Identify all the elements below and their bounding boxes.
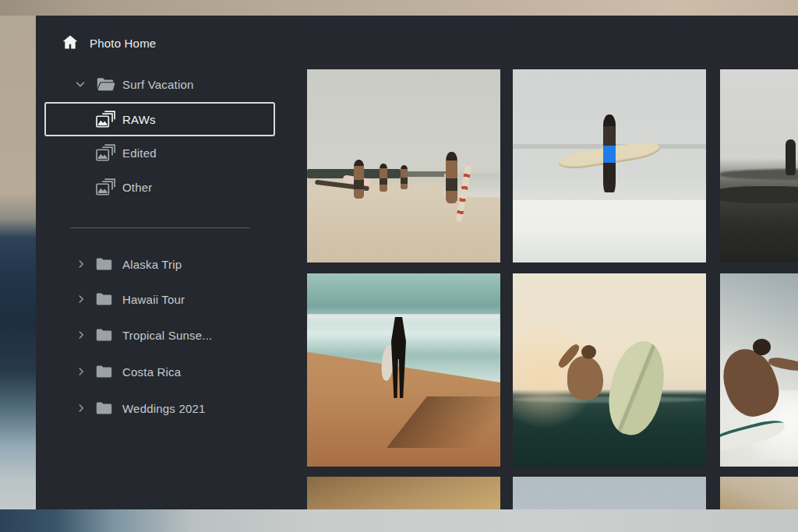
surfer-silhouette (786, 139, 796, 175)
surfer-silhouette (401, 165, 408, 189)
photo-thumbnail-1[interactable] (307, 69, 500, 262)
photo-thumbnail-8[interactable] (513, 477, 706, 509)
surfer-silhouette (603, 115, 616, 192)
surfer-silhouette (753, 339, 771, 355)
photo-thumbnail-9[interactable] (720, 477, 798, 509)
wetsuit-surfer-silhouette (391, 317, 406, 398)
foam (513, 200, 706, 262)
surfboard-silhouette (602, 336, 672, 439)
photo-thumbnail-3[interactable] (720, 69, 798, 262)
desktop-background-bottom (0, 509, 798, 532)
desktop-background-top (0, 0, 798, 16)
photo-grid (36, 16, 798, 509)
surfer-silhouette (567, 356, 603, 400)
photo-thumbnail-6[interactable] (720, 273, 798, 467)
surfer-silhouette (354, 160, 364, 199)
rocks (720, 186, 798, 203)
desktop-background-left (0, 16, 36, 509)
shadow (387, 396, 500, 448)
screen: Photo Home Surf Vacation (0, 0, 798, 532)
photo-thumbnail-2[interactable] (513, 69, 706, 262)
photo-thumbnail-7[interactable] (307, 477, 500, 509)
surfer-silhouette (581, 345, 596, 359)
photo-thumbnail-4[interactable] (307, 273, 500, 467)
photo-thumbnail-5[interactable] (513, 273, 706, 467)
surfer-silhouette (446, 152, 457, 203)
surfer-silhouette (380, 164, 387, 192)
photo-app-window: Photo Home Surf Vacation (36, 16, 798, 509)
